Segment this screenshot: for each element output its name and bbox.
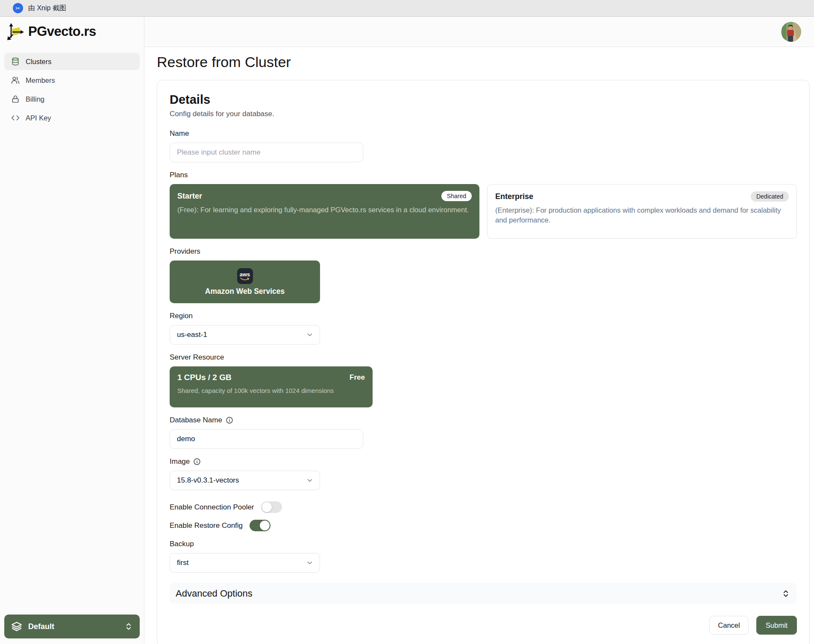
sidebar-item-label: API Key (26, 114, 51, 122)
page-title: Restore from Cluster (157, 54, 814, 70)
plan-option-starter[interactable]: Starter Shared (Free): For learning and … (170, 184, 479, 239)
chevrons-up-down-icon (124, 622, 133, 631)
sidebar-item-clusters[interactable]: Clusters (4, 53, 140, 70)
name-label: Name (170, 129, 189, 138)
backup-value: first (177, 559, 188, 567)
provider-option-aws[interactable]: aws Amazon Web Services (170, 261, 320, 303)
workspace-switcher[interactable]: Default (4, 615, 140, 638)
server-resource-label: Server Resource (170, 353, 224, 362)
chevrons-up-down-icon (782, 589, 790, 598)
region-label: Region (170, 312, 193, 320)
advanced-options-label: Advanced Options (176, 588, 253, 599)
cancel-button[interactable]: Cancel (709, 616, 749, 635)
resource-description: Shared, capacity of 100k vectors with 10… (177, 387, 365, 394)
sidebar-item-label: Members (26, 76, 55, 85)
plan-title: Enterprise (495, 192, 533, 201)
sidebar-nav: Clusters Members (0, 47, 144, 126)
workspace-name: Default (28, 622, 54, 631)
sidebar-item-api-key[interactable]: API Key (4, 109, 140, 126)
sidebar-item-members[interactable]: Members (4, 72, 140, 89)
database-icon (11, 57, 20, 66)
restore-config-row: Enable Restore Config (170, 520, 797, 531)
image-value: 15.8-v0.3.1-vectors (177, 476, 239, 485)
database-name-input[interactable] (170, 429, 363, 449)
section-title: Details (170, 93, 797, 107)
plan-badge: Dedicated (751, 191, 789, 202)
connection-pooler-row: Enable Connection Pooler (170, 501, 797, 513)
connection-pooler-label: Enable Connection Pooler (170, 503, 254, 512)
backup-label: Backup (170, 540, 194, 548)
chevron-down-icon (306, 477, 314, 484)
resource-title: 1 CPUs / 2 GB (177, 373, 232, 382)
resource-free-badge: Free (350, 373, 365, 382)
plan-badge: Shared (441, 191, 472, 201)
page-content: Restore from Cluster Details Config deta… (144, 47, 814, 644)
topbar (144, 17, 814, 47)
brand-logo[interactable]: PGvecto.rs (0, 17, 144, 47)
cluster-name-input[interactable] (170, 143, 363, 162)
restore-config-toggle[interactable] (250, 520, 270, 531)
info-icon[interactable] (193, 458, 201, 465)
sidebar-item-label: Billing (26, 95, 44, 103)
region-select[interactable]: us-east-1 (170, 325, 320, 345)
provider-name: Amazon Web Services (205, 287, 285, 296)
sidebar: PGvecto.rs Clusters (0, 17, 144, 644)
chevron-down-icon (306, 559, 314, 567)
pgvecto-cube-icon (7, 22, 25, 41)
aws-logo-icon: aws (237, 268, 253, 284)
restore-config-label: Enable Restore Config (170, 521, 243, 530)
server-resource-option[interactable]: 1 CPUs / 2 GB Free Shared, capacity of 1… (170, 366, 373, 407)
plans-group: Starter Shared (Free): For learning and … (170, 184, 797, 239)
details-card: Details Config details for your database… (157, 80, 810, 644)
image-label: Image (170, 457, 190, 466)
submit-button[interactable]: Submit (756, 616, 797, 635)
form-actions: Cancel Submit (170, 616, 797, 635)
lock-icon (11, 95, 20, 103)
sidebar-item-label: Clusters (26, 58, 52, 66)
sidebar-item-billing[interactable]: Billing (4, 91, 140, 108)
backup-select[interactable]: first (170, 553, 320, 573)
advanced-options-toggle[interactable]: Advanced Options (170, 583, 797, 604)
plan-description: (Free): For learning and exploring fully… (177, 205, 472, 215)
plans-label: Plans (170, 171, 188, 179)
xnip-scissors-icon: ✂ (13, 3, 23, 13)
database-name-label: Database Name (170, 416, 222, 424)
code-icon (11, 114, 20, 122)
image-select[interactable]: 15.8-v0.3.1-vectors (170, 471, 320, 490)
brand-name: PGvecto.rs (28, 24, 96, 39)
providers-label: Providers (170, 247, 200, 256)
os-menubar: ✂ 由 Xnip 截图 (0, 0, 814, 17)
plan-description: (Enterprise): For production application… (495, 205, 789, 225)
plan-option-enterprise[interactable]: Enterprise Dedicated (Enterprise): For p… (487, 184, 797, 239)
layers-icon (11, 621, 22, 632)
users-icon (11, 76, 20, 85)
info-icon[interactable] (226, 416, 233, 424)
user-avatar[interactable] (781, 22, 801, 42)
connection-pooler-toggle[interactable] (261, 501, 282, 513)
xnip-caption: 由 Xnip 截图 (28, 4, 66, 13)
plan-title: Starter (177, 192, 202, 201)
region-value: us-east-1 (177, 331, 207, 339)
chevron-down-icon (306, 331, 314, 339)
section-subtitle: Config details for your database. (170, 110, 797, 118)
